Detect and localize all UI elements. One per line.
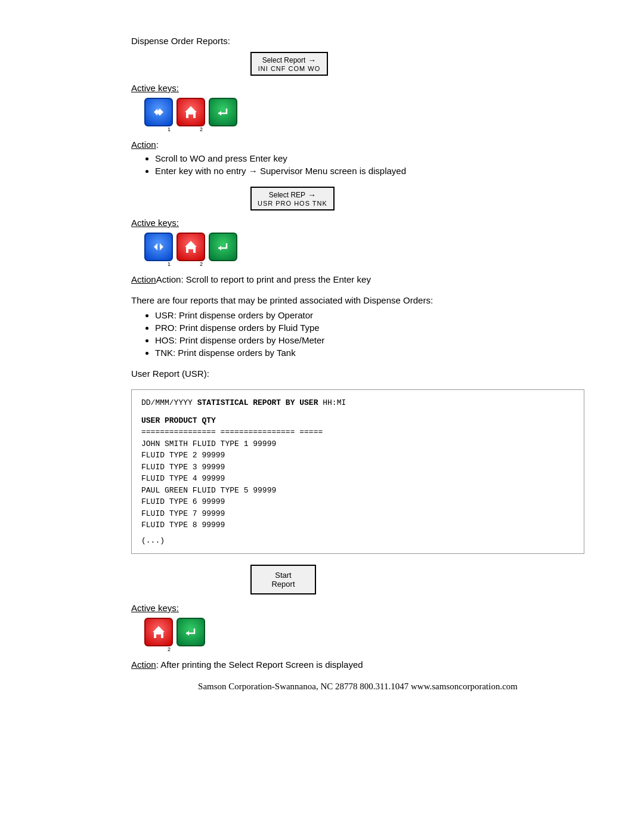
four-reports-text: There are four reports that may be print… bbox=[131, 295, 584, 305]
action-label-3: Action: After printing the Select Report… bbox=[131, 659, 584, 670]
active-keys-section-1: Active keys: 1 2 bbox=[131, 83, 584, 126]
home-icon-2 bbox=[182, 239, 199, 255]
start-report-button[interactable]: Start Report bbox=[250, 565, 316, 594]
report-row-1: JOHN SMITH FLUID TYPE 1 99999 bbox=[141, 438, 574, 450]
home-key-3[interactable]: 2 bbox=[144, 618, 173, 646]
action-item-2: Enter key with no entry → Supervisor Men… bbox=[155, 166, 584, 176]
report-box: DD/MMM/YYYY STATISTICAL REPORT BY USER H… bbox=[131, 389, 584, 554]
report-col-headers: USER PRODUCT QTY bbox=[141, 415, 574, 427]
enter-icon bbox=[215, 104, 231, 120]
enter-key[interactable] bbox=[209, 98, 237, 126]
enter-key-2[interactable] bbox=[209, 233, 237, 261]
report-item-pro: PRO: Print dispense orders by Fluid Type bbox=[155, 323, 584, 333]
svg-marker-3 bbox=[160, 109, 163, 116]
home-key-sub-3: 2 bbox=[168, 646, 171, 652]
keys-row-1: 1 2 bbox=[143, 98, 584, 126]
report-row-5: PAUL GREEN FLUID TYPE 5 99999 bbox=[141, 485, 574, 497]
active-keys-section-3: Active keys: 2 bbox=[131, 603, 584, 646]
four-reports-list: USR: Print dispense orders by Operator P… bbox=[155, 310, 584, 358]
action-label-1: Action: bbox=[131, 140, 584, 150]
select-rep-title: Select REP → bbox=[269, 190, 316, 200]
report-row-4: FLUID TYPE 4 99999 bbox=[141, 473, 574, 485]
keys-row-2: 1 2 bbox=[143, 233, 584, 261]
report-header: DD/MMM/YYYY STATISTICAL REPORT BY USER H… bbox=[141, 397, 574, 409]
active-keys-label-2: Active keys: bbox=[131, 218, 179, 228]
home-key-sub-2: 2 bbox=[200, 261, 203, 267]
home-icon-3 bbox=[150, 624, 167, 640]
svg-marker-5 bbox=[218, 111, 221, 116]
select-rep-options: USR PRO HOS TNK bbox=[258, 200, 327, 207]
action-section-2: ActionAction: Scroll to report to print … bbox=[131, 274, 584, 284]
report-row-3: FLUID TYPE 3 99999 bbox=[141, 462, 574, 473]
four-reports-intro: There are four reports that may be print… bbox=[131, 295, 584, 358]
lr-arrow-icon-2 bbox=[150, 239, 167, 255]
action-label-2: ActionAction: Scroll to report to print … bbox=[131, 274, 584, 284]
select-report-options: INI CNF COM WO bbox=[258, 65, 320, 72]
arrow-icon-2: → bbox=[308, 190, 316, 200]
start-report-line1: Start bbox=[275, 571, 291, 580]
start-report-line2: Report bbox=[271, 580, 295, 589]
svg-marker-10 bbox=[153, 626, 165, 638]
select-report-button[interactable]: Select Report → INI CNF COM WO bbox=[250, 52, 328, 76]
report-item-tnk: TNK: Print dispense orders by Tank bbox=[155, 348, 584, 358]
report-separator: ================ ================ ===== bbox=[141, 426, 574, 438]
action-item-1: Scroll to WO and press Enter key bbox=[155, 153, 584, 163]
active-keys-label-1: Active keys: bbox=[131, 83, 179, 93]
select-rep-label: Select REP bbox=[269, 191, 305, 199]
svg-marker-9 bbox=[218, 246, 221, 250]
lr-key-sub: 1 bbox=[168, 126, 171, 132]
action-section-3: Action: After printing the Select Report… bbox=[131, 659, 584, 670]
home-key[interactable]: 2 bbox=[177, 98, 205, 126]
select-rep-button[interactable]: Select REP → USR PRO HOS TNK bbox=[250, 187, 335, 210]
svg-marker-7 bbox=[160, 243, 163, 250]
active-keys-section-2: Active keys: 1 2 bbox=[131, 218, 584, 261]
home-key-2[interactable]: 2 bbox=[177, 233, 205, 261]
enter-key-3[interactable] bbox=[177, 618, 205, 646]
enter-icon-2 bbox=[215, 239, 231, 255]
report-row-7: FLUID TYPE 7 99999 bbox=[141, 508, 574, 520]
left-right-key[interactable]: 1 bbox=[144, 98, 173, 126]
svg-marker-6 bbox=[154, 243, 157, 250]
action-list-1: Scroll to WO and press Enter key Enter k… bbox=[155, 153, 584, 176]
report-item-hos: HOS: Print dispense orders by Hose/Meter bbox=[155, 335, 584, 345]
lr-arrow-icon bbox=[150, 104, 167, 120]
page-heading: Dispense Order Reports: bbox=[131, 36, 584, 46]
user-report-heading-section: User Report (USR): bbox=[131, 368, 584, 379]
report-ellipsis: (...) bbox=[141, 535, 574, 547]
keys-row-3: 2 bbox=[143, 618, 584, 646]
user-report-heading: User Report (USR): bbox=[131, 368, 584, 379]
svg-marker-8 bbox=[185, 241, 197, 253]
home-key-sub: 2 bbox=[200, 126, 203, 132]
active-keys-label-3: Active keys: bbox=[131, 603, 179, 613]
report-row-8: FLUID TYPE 8 99999 bbox=[141, 519, 574, 531]
select-report-label: Select Report bbox=[262, 56, 306, 64]
arrow-icon: → bbox=[308, 55, 316, 65]
report-item-usr: USR: Print dispense orders by Operator bbox=[155, 310, 584, 320]
report-row-2: FLUID TYPE 2 99999 bbox=[141, 450, 574, 462]
action-section-1: Action: Scroll to WO and press Enter key… bbox=[131, 140, 584, 176]
svg-marker-4 bbox=[185, 106, 197, 118]
report-row-6: FLUID TYPE 6 99999 bbox=[141, 496, 574, 508]
select-report-title: Select Report → bbox=[262, 55, 317, 65]
footer: Samson Corporation-Swannanoa, NC 28778 8… bbox=[131, 682, 584, 692]
left-right-key-2[interactable]: 1 bbox=[144, 233, 173, 261]
lr-key-sub-2: 1 bbox=[168, 261, 171, 267]
action2-text: Action: Scroll to report to print and pr… bbox=[156, 274, 371, 284]
enter-icon-3 bbox=[182, 624, 199, 640]
svg-marker-11 bbox=[186, 631, 189, 636]
heading-text: Dispense Order Reports: bbox=[131, 36, 230, 46]
home-icon bbox=[182, 104, 199, 120]
svg-marker-2 bbox=[154, 109, 157, 116]
